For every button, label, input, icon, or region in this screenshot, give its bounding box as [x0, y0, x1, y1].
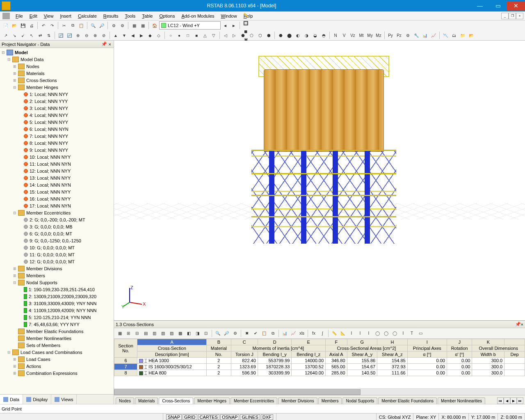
menu-file[interactable]: File — [12, 13, 26, 19]
toolbar-icon[interactable]: ▼ — [120, 31, 128, 39]
tool-icon[interactable]: ⚙ — [118, 21, 126, 30]
snap-toggle-grid[interactable]: GRID — [183, 414, 197, 420]
new-icon[interactable]: 📄 — [2, 21, 10, 30]
toolbar-icon[interactable]: ⊕ — [74, 31, 82, 39]
table-row[interactable]: 8⌶ HEA 8002596.90303399.9912640.00285.80… — [114, 370, 525, 376]
tree-node[interactable]: 8: Local; NNN NYY — [1, 139, 113, 146]
table-tab[interactable]: Members — [318, 397, 342, 404]
table-tool-icon[interactable]: T — [408, 329, 416, 338]
toolbar-icon[interactable]: ▶ — [137, 31, 146, 39]
table-tool-icon[interactable]: ⊟ — [133, 329, 141, 338]
nav-tab-views[interactable]: Views — [51, 395, 77, 404]
tree-node[interactable]: 3: G; 0,0,0; 0,0,0; MB — [1, 223, 113, 230]
tree-toggle-icon[interactable]: ⊞ — [12, 364, 17, 368]
table-tool-icon[interactable]: xls — [298, 329, 306, 338]
table-tool-icon[interactable]: 📈 — [289, 329, 297, 338]
table-tool-icon[interactable]: ⧉ — [269, 329, 277, 338]
toolbar-icon[interactable]: Mt — [357, 31, 365, 39]
toolbar-icon[interactable]: 📁 — [459, 31, 467, 39]
table-icon[interactable]: ▦ — [139, 21, 147, 30]
tree-node[interactable]: 7: 45,48,63,66; YYY NYY — [1, 321, 113, 328]
tree-toggle-icon[interactable]: ⊟ — [7, 57, 11, 62]
table-tool-icon[interactable]: ◧ — [185, 329, 193, 338]
tree-node[interactable]: 14: Local; NNN NYN — [1, 181, 113, 188]
toolbar-icon[interactable]: ↗ — [2, 31, 10, 39]
tree-node[interactable]: 1: Local; NNN NYY — [1, 91, 113, 98]
tree-node[interactable]: ⊟Member Hinges — [1, 84, 113, 91]
tree-node[interactable]: 6: G; 0,0,0; 0,0,0; MT — [1, 230, 113, 237]
menu-window[interactable]: Window — [218, 13, 240, 19]
menu-add-on-modules[interactable]: Add-on Modules — [178, 13, 217, 19]
tree-node[interactable]: 4: 11009,12009,42009; NYY NNN — [1, 307, 113, 314]
toolbar-icon[interactable]: ◀ — [129, 31, 137, 39]
tree-node[interactable]: ⊞Members — [1, 272, 113, 279]
tree-node[interactable]: ⊟Load Cases and Combinations — [1, 349, 113, 356]
table-tool-icon[interactable]: ▥ — [150, 329, 158, 338]
toolbar-icon[interactable]: ● — [175, 31, 183, 39]
tree-node[interactable]: 6: Local; NNN NYN — [1, 126, 113, 132]
tree-toggle-icon[interactable]: ⊞ — [12, 64, 17, 68]
toolbar-icon[interactable]: ◐ — [294, 31, 302, 39]
toolbar-icon[interactable]: ◑ — [302, 31, 310, 39]
table-tool-icon[interactable]: ⊡ — [202, 329, 210, 338]
close-button[interactable]: ✕ — [507, 1, 525, 10]
menu-edit[interactable]: Edit — [26, 13, 41, 19]
tree-node[interactable]: 2: 13009,21009,22009,23009,320 — [1, 293, 113, 300]
tree-toggle-icon[interactable]: ⊞ — [12, 267, 17, 271]
tree-node[interactable]: ⊞Cross-Sections — [1, 77, 113, 84]
mdi-restore[interactable]: ❐ — [509, 13, 516, 19]
table-tool-icon[interactable]: 📋 — [260, 329, 268, 338]
tree-node[interactable]: 5: 120-125,210-214; YYN NNN — [1, 314, 113, 321]
tree-toggle-icon[interactable]: ⊞ — [12, 274, 17, 278]
3d-view[interactable]: X Y Z — [114, 41, 525, 320]
table-tool-icon[interactable]: ◨ — [193, 329, 201, 338]
tree-node[interactable]: ⊟Model — [1, 49, 113, 56]
snap-toggle-cartes[interactable]: CARTES — [198, 414, 219, 420]
prev-icon[interactable]: ◄ — [221, 21, 229, 30]
table-tab[interactable]: Nodal Supports — [342, 397, 377, 404]
toolbar-icon[interactable]: 📊 — [421, 31, 429, 39]
table-tool-icon[interactable]: fx — [310, 329, 318, 338]
tree-node[interactable]: ⊟Member Eccentricities — [1, 209, 113, 216]
minimize-button[interactable]: — — [471, 1, 489, 10]
tree-toggle-icon[interactable]: ⊟ — [12, 85, 17, 89]
table-tool-icon[interactable]: I — [347, 329, 356, 338]
tree-node[interactable]: 16: Local; NNN NYY — [1, 195, 113, 202]
table-tab[interactable]: Member Eccentricities — [231, 397, 277, 404]
tree-node[interactable]: ⊞Load Cases — [1, 356, 113, 363]
nav-tab-data[interactable]: Data — [0, 395, 23, 404]
table-tab[interactable]: Member Divisions — [278, 397, 317, 404]
tree-toggle-icon[interactable]: ⊟ — [1, 50, 6, 55]
redo-icon[interactable]: ↷ — [48, 21, 56, 30]
table-tool-icon[interactable]: I — [399, 329, 407, 338]
toolbar-icon[interactable]: ⬤ — [285, 31, 293, 39]
toolbar-icon[interactable]: □ — [184, 31, 192, 39]
tab-nav-icon[interactable]: ⏮ — [497, 397, 504, 404]
toolbar-icon[interactable]: △ — [201, 31, 209, 39]
zoom-icon[interactable]: 🔎 — [98, 21, 106, 30]
table-tool-icon[interactable]: 📐 — [339, 329, 347, 338]
tool-icon[interactable]: ⚙ — [110, 21, 118, 30]
tab-nav-icon[interactable]: ◀ — [504, 397, 510, 404]
table-tool-icon[interactable]: 📊 — [281, 329, 289, 338]
tree-node[interactable]: 12: Local; NNN NYY — [1, 167, 113, 174]
tab-nav-icon[interactable]: ⏭ — [517, 397, 523, 404]
tree-node[interactable]: 13: Local; NNN NYY — [1, 174, 113, 181]
toolbar-icon[interactable]: 🔲 — [242, 19, 250, 27]
table-tool-icon[interactable]: ▩ — [176, 329, 184, 338]
tree-node[interactable]: ⊟Nodal Supports — [1, 279, 113, 286]
tree-node[interactable]: 12: G; 0,0,0; 0,0,0; MT — [1, 258, 113, 265]
table-tool-icon[interactable]: ▭ — [416, 329, 425, 338]
table-tool-icon[interactable]: ◯ — [373, 329, 381, 338]
table-tool-icon[interactable]: ∫ — [318, 329, 326, 338]
toolbar-icon[interactable]: ▲ — [112, 31, 120, 39]
toolbar-icon[interactable]: 📈 — [429, 31, 438, 39]
table-tab[interactable]: Nodes — [116, 397, 134, 404]
snap-toggle-snap[interactable]: SNAP — [166, 414, 182, 420]
snap-toggle-dxf[interactable]: DXF — [261, 414, 273, 420]
table-row[interactable]: 6⌶ HEA 10002822.40553799.9914000.00346.8… — [114, 358, 525, 364]
table-tool-icon[interactable]: ✔ — [251, 329, 260, 338]
toolbar-icon[interactable]: ▷ — [230, 31, 238, 39]
tree-node[interactable]: ⊞Nodes — [1, 63, 113, 70]
tree-node[interactable]: 9: G; 0,0,-1250; 0,0,-1250 — [1, 237, 113, 244]
